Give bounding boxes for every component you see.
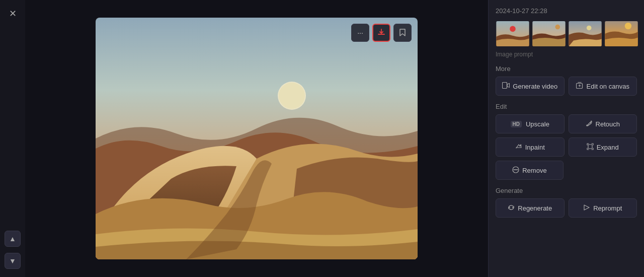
thumbnail-4[interactable]	[604, 21, 638, 47]
expand-button[interactable]: Expand	[569, 137, 637, 157]
desert-image	[96, 18, 418, 259]
svg-point-10	[625, 23, 631, 29]
regenerate-label: Regenerate	[518, 204, 552, 212]
expand-icon	[587, 143, 594, 152]
reprompt-button[interactable]: Reprompt	[569, 198, 637, 218]
generate-video-label: Generate video	[513, 83, 557, 90]
more-buttons-row: Generate video Edit on canvas	[496, 77, 637, 96]
retouch-button[interactable]: Retouch	[569, 114, 637, 133]
regenerate-button[interactable]: Regenerate	[496, 198, 565, 218]
image-toolbar: ···	[351, 24, 412, 42]
nav-down-button[interactable]: ▼	[5, 253, 21, 269]
retouch-icon	[586, 120, 593, 128]
hd-badge: HD	[511, 121, 522, 127]
edit-buttons-row-2: Inpaint Expand	[496, 137, 637, 157]
generate-video-button[interactable]: Generate video	[496, 77, 565, 96]
download-button[interactable]	[372, 24, 390, 42]
more-section-label: More	[496, 65, 637, 73]
upscale-button[interactable]: HD Upscale	[496, 114, 565, 133]
generate-section-label: Generate	[496, 187, 637, 194]
inpaint-button[interactable]: Inpaint	[496, 137, 565, 157]
edit-on-canvas-button[interactable]: Edit on canvas	[569, 77, 637, 96]
svg-point-6	[555, 25, 560, 30]
remove-label: Remove	[522, 167, 546, 174]
edit-on-canvas-label: Edit on canvas	[587, 83, 629, 90]
video-icon	[502, 82, 510, 90]
reprompt-icon	[583, 204, 590, 213]
svg-point-2	[279, 83, 305, 109]
main-image-area: ···	[25, 0, 488, 277]
bookmark-button[interactable]	[393, 24, 412, 42]
canvas-icon	[576, 82, 584, 91]
close-button[interactable]: ✕	[5, 6, 20, 21]
bookmark-icon	[399, 28, 406, 38]
more-dots-icon: ···	[357, 29, 363, 37]
download-icon	[377, 28, 385, 38]
right-panel: 2024-10-27 22:28	[488, 0, 644, 277]
left-sidebar: ✕ ▲ ▼	[0, 0, 25, 277]
regenerate-icon	[508, 204, 515, 213]
generate-buttons-row: Regenerate Reprompt	[496, 198, 637, 218]
expand-label: Expand	[597, 144, 619, 151]
thumbnail-strip	[496, 21, 637, 47]
more-options-button[interactable]: ···	[351, 24, 369, 42]
thumbnail-2[interactable]	[532, 21, 566, 47]
image-prompt-label: Image prompt	[496, 51, 637, 58]
svg-rect-14	[588, 145, 592, 149]
svg-point-8	[587, 26, 592, 31]
remove-button[interactable]: Remove	[496, 161, 564, 180]
remove-icon	[512, 166, 519, 175]
timestamp: 2024-10-27 22:28	[496, 7, 637, 15]
reprompt-label: Reprompt	[593, 204, 622, 212]
thumbnail-3[interactable]	[568, 21, 602, 47]
image-container: ···	[96, 18, 418, 259]
edit-section-label: Edit	[496, 103, 637, 110]
thumbnail-1[interactable]	[496, 21, 530, 47]
edit-buttons-row-1: HD Upscale Retouch	[496, 114, 637, 133]
inpaint-label: Inpaint	[525, 144, 545, 151]
upscale-label: Upscale	[526, 120, 549, 128]
inpaint-icon	[515, 143, 522, 152]
nav-up-button[interactable]: ▲	[5, 231, 21, 247]
edit-buttons-row-3: Remove	[496, 161, 637, 180]
retouch-label: Retouch	[596, 120, 620, 128]
svg-point-4	[510, 26, 516, 32]
svg-rect-11	[503, 83, 507, 89]
